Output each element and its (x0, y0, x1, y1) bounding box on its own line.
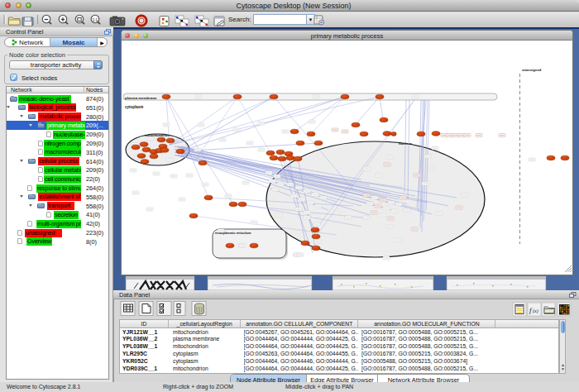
svg-text:cytoplasm: cytoplasm (125, 105, 143, 109)
svg-text:mitochondrion: mitochondrion (145, 133, 170, 137)
svg-text:plasma membrane: plasma membrane (125, 96, 157, 100)
svg-text:1:1: 1:1 (93, 18, 98, 22)
svg-text:(x): (x) (533, 308, 538, 314)
svg-text:unassigned: unassigned (522, 68, 542, 72)
